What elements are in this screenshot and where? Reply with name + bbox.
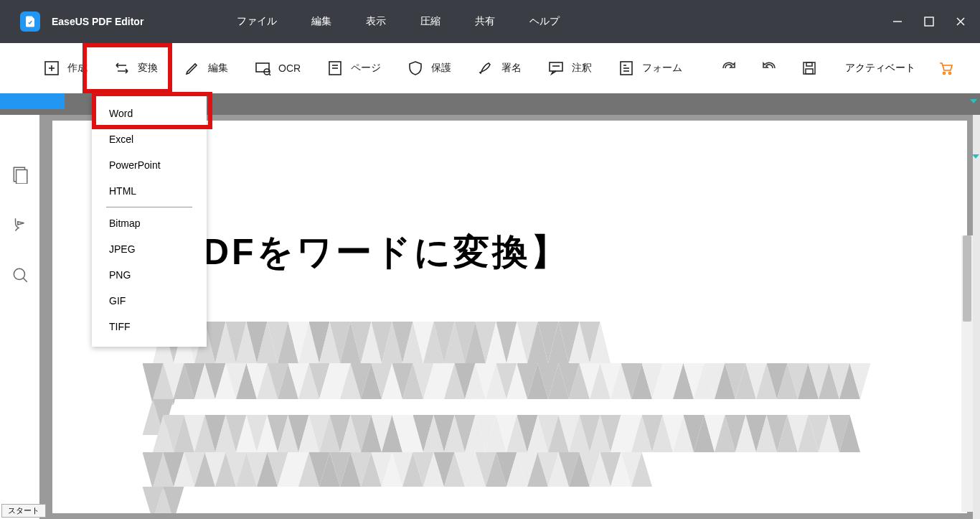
thumbnails-icon[interactable] <box>11 165 29 184</box>
toolbar-right: アクティベート <box>719 58 967 78</box>
pen-icon <box>477 60 494 77</box>
menu-compress[interactable]: 圧縮 <box>420 15 440 28</box>
menu-help[interactable]: ヘルプ <box>529 15 560 28</box>
redacted-text-block <box>153 363 877 399</box>
svg-point-23 <box>943 73 946 75</box>
convert-dropdown: Word Excel PowerPoint HTML Bitmap JPEG P… <box>92 93 207 347</box>
save-button[interactable] <box>799 58 819 78</box>
convert-to-word[interactable]: Word <box>92 100 207 126</box>
convert-to-gif[interactable]: GIF <box>92 288 207 314</box>
document-heading: DFをワードに変換】 <box>203 228 570 276</box>
page-label: ページ <box>351 62 381 75</box>
convert-label: 変換 <box>138 62 158 75</box>
menu-view[interactable]: 表示 <box>366 15 386 28</box>
close-button[interactable] <box>954 15 967 28</box>
svg-point-24 <box>949 73 951 75</box>
annotate-button[interactable]: 注釈 <box>534 54 605 83</box>
side-panel <box>0 115 39 519</box>
search-icon[interactable] <box>11 266 29 284</box>
tab-dropdown-caret-icon[interactable] <box>970 99 977 103</box>
convert-to-tiff[interactable]: TIFF <box>92 314 207 340</box>
outer-vertical-scrollbar[interactable] <box>973 115 980 519</box>
outer-scrollbar-caret-icon[interactable] <box>972 154 979 159</box>
svg-point-27 <box>14 268 24 279</box>
convert-to-png[interactable]: PNG <box>92 262 207 288</box>
create-label: 作成 <box>67 62 88 75</box>
page-icon <box>326 60 344 77</box>
svg-rect-7 <box>256 63 269 72</box>
svg-rect-1 <box>925 17 933 26</box>
toolbar: 作成 変換 編集 OCR ページ 保護 署名 注釈 フォーム アクティベート <box>0 43 980 93</box>
svg-line-9 <box>269 74 270 75</box>
svg-rect-21 <box>806 69 813 74</box>
svg-rect-20 <box>806 62 812 66</box>
form-icon <box>618 60 635 77</box>
sign-label: 署名 <box>501 62 522 75</box>
activate-button[interactable]: アクティベート <box>839 62 915 75</box>
convert-button[interactable]: 変換 <box>100 54 171 83</box>
convert-icon <box>113 60 131 77</box>
app-title: EaseUS PDF Editor <box>52 16 143 27</box>
redacted-text-block <box>153 322 619 363</box>
bookmarks-icon[interactable] <box>11 215 29 234</box>
titlebar: EaseUS PDF Editor ファイル 編集 表示 圧縮 共有 ヘルプ <box>0 0 980 43</box>
sign-button[interactable]: 署名 <box>464 54 534 83</box>
convert-to-html[interactable]: HTML <box>92 178 207 204</box>
svg-rect-26 <box>16 170 27 184</box>
protect-button[interactable]: 保護 <box>394 54 464 83</box>
app-logo-icon <box>20 11 40 32</box>
edit-button[interactable]: 編集 <box>171 54 241 83</box>
pencil-icon <box>184 60 201 77</box>
convert-to-bitmap[interactable]: Bitmap <box>92 210 207 236</box>
scrollbar-thumb[interactable] <box>963 235 971 322</box>
convert-to-excel[interactable]: Excel <box>92 126 207 152</box>
plus-icon <box>43 60 60 77</box>
ocr-button[interactable]: OCR <box>241 54 314 83</box>
window-controls <box>891 15 967 28</box>
convert-to-powerpoint[interactable]: PowerPoint <box>92 152 207 178</box>
shield-icon <box>407 60 424 77</box>
menu-file[interactable]: ファイル <box>237 15 277 28</box>
menu-share[interactable]: 共有 <box>475 15 495 28</box>
redo-button[interactable] <box>719 58 739 78</box>
comment-icon <box>547 60 565 77</box>
maximize-button[interactable] <box>923 15 936 28</box>
undo-button[interactable] <box>759 58 779 78</box>
start-button[interactable]: スタート <box>1 504 46 518</box>
inner-vertical-scrollbar[interactable] <box>961 235 973 512</box>
minimize-button[interactable] <box>891 15 904 28</box>
menu-edit[interactable]: 編集 <box>311 15 331 28</box>
active-tab[interactable] <box>0 93 65 109</box>
svg-line-28 <box>23 278 27 281</box>
convert-to-jpeg[interactable]: JPEG <box>92 236 207 262</box>
redacted-text-block <box>153 415 870 452</box>
page-button[interactable]: ページ <box>314 54 394 83</box>
form-button[interactable]: フォーム <box>605 54 695 83</box>
cart-button[interactable] <box>936 58 956 78</box>
svg-rect-13 <box>550 62 562 71</box>
dropdown-separator <box>106 207 192 207</box>
create-button[interactable]: 作成 <box>30 54 100 83</box>
activate-label: アクティベート <box>845 62 915 75</box>
menubar: ファイル 編集 表示 圧縮 共有 ヘルプ <box>237 15 560 28</box>
ocr-label: OCR <box>278 62 301 74</box>
redacted-text-block <box>153 452 655 487</box>
protect-label: 保護 <box>431 62 451 75</box>
form-label: フォーム <box>642 62 682 75</box>
ocr-icon <box>254 60 271 77</box>
annotate-label: 注釈 <box>572 62 592 75</box>
edit-label: 編集 <box>208 62 228 75</box>
